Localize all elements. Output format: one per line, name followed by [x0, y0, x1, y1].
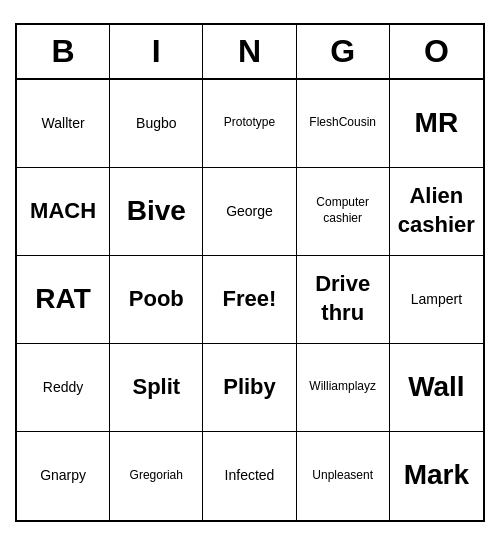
cell-text: Alien cashier: [394, 182, 479, 239]
header-letter: B: [17, 25, 110, 78]
bingo-cell: Wallter: [17, 80, 110, 168]
bingo-cell: MR: [390, 80, 483, 168]
bingo-cell: Lampert: [390, 256, 483, 344]
bingo-cell: Gregoriah: [110, 432, 203, 520]
bingo-cell: Williamplayz: [297, 344, 390, 432]
header-letter: O: [390, 25, 483, 78]
cell-text: Computer cashier: [301, 195, 385, 226]
bingo-cell: Computer cashier: [297, 168, 390, 256]
bingo-cell: Wall: [390, 344, 483, 432]
cell-text: Reddy: [43, 378, 83, 396]
header-letter: N: [203, 25, 296, 78]
cell-text: MR: [415, 105, 459, 141]
bingo-cell: Unpleasent: [297, 432, 390, 520]
cell-text: Gregoriah: [130, 468, 183, 484]
bingo-cell: Split: [110, 344, 203, 432]
bingo-cell: Prototype: [203, 80, 296, 168]
cell-text: Prototype: [224, 115, 275, 131]
bingo-cell: Alien cashier: [390, 168, 483, 256]
bingo-cell: Free!: [203, 256, 296, 344]
cell-text: Bugbo: [136, 114, 176, 132]
bingo-cell: FleshCousin: [297, 80, 390, 168]
header-letter: I: [110, 25, 203, 78]
cell-text: Split: [132, 373, 180, 402]
cell-text: Drive thru: [301, 270, 385, 327]
bingo-cell: Mark: [390, 432, 483, 520]
bingo-header: BINGO: [17, 25, 483, 80]
bingo-cell: Infected: [203, 432, 296, 520]
bingo-cell: Bugbo: [110, 80, 203, 168]
bingo-cell: Reddy: [17, 344, 110, 432]
cell-text: Unpleasent: [312, 468, 373, 484]
cell-text: Wallter: [42, 114, 85, 132]
cell-text: Bive: [127, 193, 186, 229]
cell-text: RAT: [35, 281, 90, 317]
cell-text: George: [226, 202, 273, 220]
cell-text: Mark: [404, 457, 469, 493]
bingo-cell: Bive: [110, 168, 203, 256]
cell-text: Lampert: [411, 290, 462, 308]
bingo-cell: George: [203, 168, 296, 256]
bingo-grid: WallterBugboPrototypeFleshCousinMRMACHBi…: [17, 80, 483, 520]
cell-text: Free!: [223, 285, 277, 314]
bingo-cell: RAT: [17, 256, 110, 344]
cell-text: Gnarpy: [40, 466, 86, 484]
bingo-cell: Pliby: [203, 344, 296, 432]
cell-text: Williamplayz: [309, 379, 376, 395]
bingo-cell: Poob: [110, 256, 203, 344]
cell-text: Poob: [129, 285, 184, 314]
bingo-card: BINGO WallterBugboPrototypeFleshCousinMR…: [15, 23, 485, 522]
header-letter: G: [297, 25, 390, 78]
cell-text: MACH: [30, 197, 96, 226]
cell-text: FleshCousin: [309, 115, 376, 131]
cell-text: Infected: [225, 466, 275, 484]
cell-text: Wall: [408, 369, 465, 405]
bingo-cell: Gnarpy: [17, 432, 110, 520]
bingo-cell: Drive thru: [297, 256, 390, 344]
bingo-cell: MACH: [17, 168, 110, 256]
cell-text: Pliby: [223, 373, 276, 402]
